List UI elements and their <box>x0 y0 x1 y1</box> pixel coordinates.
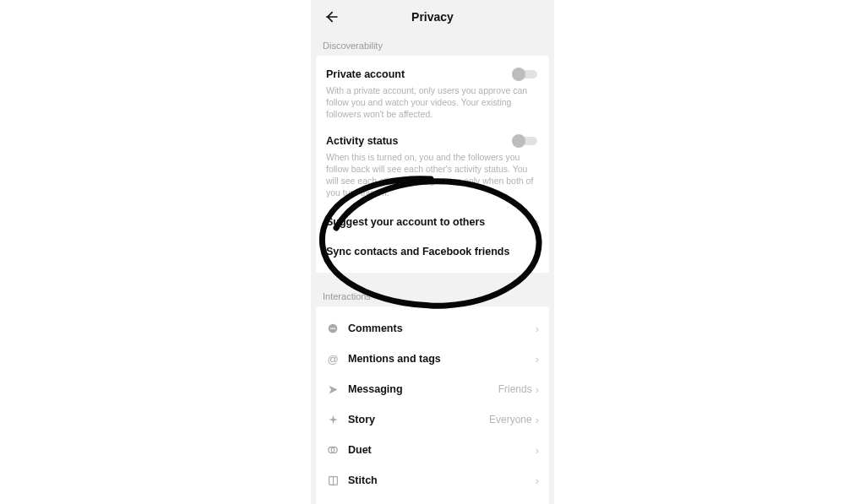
stickers-row[interactable]: Stickers Everyone › <box>324 496 541 504</box>
svg-point-1 <box>330 328 332 329</box>
suggest-account-label: Suggest your account to others <box>326 216 485 228</box>
at-icon: @ <box>326 352 340 366</box>
activity-status-title: Activity status <box>326 135 398 147</box>
sync-contacts-label: Sync contacts and Facebook friends <box>326 246 509 257</box>
arrow-left-icon <box>323 8 340 25</box>
section-label-discoverability: Discoverability <box>311 34 554 56</box>
privacy-screen: Privacy Discoverability Private account … <box>311 0 554 504</box>
send-icon <box>326 382 340 396</box>
chevron-right-icon: › <box>536 444 539 457</box>
chevron-right-icon: › <box>536 474 539 487</box>
private-account-desc: With a private account, only users you a… <box>326 84 539 121</box>
stitch-row[interactable]: Stitch › <box>324 465 541 496</box>
toggle-knob <box>512 68 525 81</box>
comments-icon <box>326 322 340 335</box>
stitch-icon <box>326 474 340 487</box>
private-account-title: Private account <box>326 68 405 80</box>
discoverability-panel: Private account With a private account, … <box>316 56 549 273</box>
activity-status-toggle[interactable] <box>512 134 539 148</box>
messaging-label: Messaging <box>348 383 498 395</box>
activity-status-desc: When this is turned on, you and the foll… <box>326 151 539 199</box>
story-label: Story <box>348 414 489 425</box>
activity-status-block: Activity status When this is turned on, … <box>324 129 541 208</box>
messaging-row[interactable]: Messaging Friends › <box>324 374 541 404</box>
toggle-knob <box>512 134 525 148</box>
comments-label: Comments <box>348 322 532 334</box>
chevron-right-icon: › <box>536 245 539 257</box>
private-account-block: Private account With a private account, … <box>324 62 541 129</box>
mentions-row[interactable]: @ Mentions and tags › <box>324 344 541 374</box>
duet-row[interactable]: Duet › <box>324 435 541 465</box>
interactions-panel: Comments › @ Mentions and tags › Messagi… <box>316 306 549 504</box>
back-button[interactable] <box>321 7 341 27</box>
svg-point-2 <box>332 328 334 329</box>
svg-point-3 <box>334 328 335 329</box>
mentions-label: Mentions and tags <box>348 353 532 365</box>
story-row[interactable]: Story Everyone › <box>324 404 541 435</box>
chevron-right-icon: › <box>536 353 539 366</box>
chevron-right-icon: › <box>536 322 539 335</box>
chevron-right-icon: › <box>536 383 539 396</box>
sync-contacts-row[interactable]: Sync contacts and Facebook friends › <box>324 236 541 266</box>
header: Privacy <box>311 0 554 34</box>
chevron-right-icon: › <box>536 215 539 228</box>
duet-icon <box>326 443 340 457</box>
page-title: Privacy <box>411 10 454 24</box>
story-value: Everyone <box>489 414 532 425</box>
stitch-label: Stitch <box>348 474 532 486</box>
messaging-value: Friends <box>498 383 532 395</box>
suggest-account-row[interactable]: Suggest your account to others › <box>324 207 541 236</box>
section-label-interactions: Interactions <box>311 285 554 306</box>
private-account-toggle[interactable] <box>512 68 539 81</box>
sparkle-icon <box>326 413 340 426</box>
comments-row[interactable]: Comments › <box>324 313 541 344</box>
chevron-right-icon: › <box>536 414 539 426</box>
duet-label: Duet <box>348 444 532 456</box>
